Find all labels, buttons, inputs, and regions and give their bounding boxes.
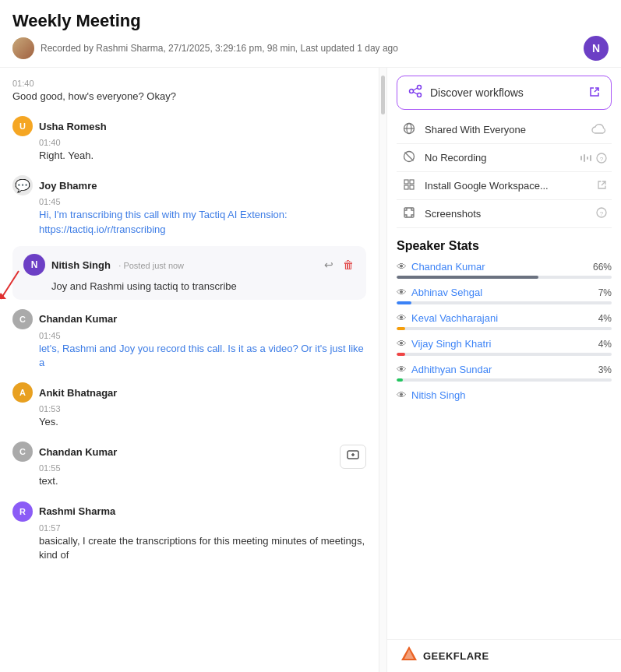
stat-bar-fill bbox=[397, 301, 411, 304]
stat-name-label: Vijay Singh Khatri bbox=[411, 338, 491, 350]
nitish-comment-text: Joy and Rashmi using tactiq to transcrib… bbox=[23, 280, 355, 292]
no-recording-row[interactable]: No Recording ? bbox=[397, 144, 612, 172]
screenshots-svg bbox=[403, 206, 415, 219]
grid-icon bbox=[401, 178, 417, 193]
avatar-usha: U bbox=[12, 116, 33, 136]
waveform-icon bbox=[579, 152, 591, 164]
svg-rect-18 bbox=[587, 157, 588, 160]
screenshots-row[interactable]: Screenshots ? bbox=[397, 200, 612, 228]
stat-bar-bg bbox=[397, 276, 612, 279]
stat-bar-fill bbox=[397, 353, 405, 356]
geekflare-logo-icon bbox=[400, 645, 418, 667]
chat-panel: 01:40 Good good, how's everyone? Okay? U… bbox=[0, 68, 379, 672]
chat-text: Yes. bbox=[12, 415, 366, 429]
stat-row-keval: 👁 Keval Vachharajani 4% bbox=[397, 312, 612, 330]
eye-icon: 👁 bbox=[397, 261, 407, 273]
avatar-rashmi: R bbox=[12, 501, 33, 522]
eye-icon: 👁 bbox=[397, 287, 407, 298]
install-google-workspace-row[interactable]: Install Google Workspace... bbox=[397, 172, 612, 200]
add-comment-button[interactable] bbox=[340, 445, 366, 469]
stat-name-label: Chandan Kumar bbox=[411, 261, 485, 273]
svg-rect-19 bbox=[590, 155, 591, 161]
screenshots-icon bbox=[401, 206, 417, 221]
svg-line-26 bbox=[602, 181, 605, 185]
stat-bar-fill bbox=[397, 327, 405, 330]
geekflare-brand-text: GEEKFLARE bbox=[423, 650, 489, 662]
stat-bar-bg bbox=[397, 301, 612, 304]
svg-rect-24 bbox=[404, 185, 408, 189]
speaker-name: Ankit Bhatnagar bbox=[39, 387, 117, 399]
chat-message-8: R Rashmi Sharma 01:57 basically, I creat… bbox=[0, 497, 379, 567]
svg-rect-25 bbox=[410, 185, 414, 189]
nitish-name: Nitish Singh bbox=[51, 259, 111, 271]
avatar-ankit: A bbox=[12, 382, 33, 403]
page-title: Weekly Meeting bbox=[12, 11, 609, 31]
svg-rect-27 bbox=[404, 208, 414, 217]
svg-text:?: ? bbox=[600, 156, 604, 163]
install-gws-label: Install Google Workspace... bbox=[425, 180, 589, 192]
stat-row-vijay: 👁 Vijay Singh Khatri 4% bbox=[397, 338, 612, 356]
svg-rect-23 bbox=[410, 180, 414, 184]
discover-workflows-label: Discover workflows bbox=[430, 86, 581, 99]
stat-name-label: Abhinav Sehgal bbox=[411, 287, 482, 298]
reply-button[interactable]: ↩ bbox=[323, 257, 335, 273]
chat-text: Right. Yeah. bbox=[12, 149, 366, 163]
svg-point-7 bbox=[418, 93, 422, 97]
recorder-avatar bbox=[12, 37, 34, 59]
chat-time: 01:53 bbox=[12, 404, 366, 413]
stat-bar-bg bbox=[397, 353, 612, 356]
chat-text: let's, Rashmi and Joy you record this ca… bbox=[12, 342, 366, 370]
cloud-svg bbox=[591, 123, 607, 134]
stat-bar-fill bbox=[397, 276, 538, 279]
share-svg bbox=[403, 122, 415, 135]
nitish-comment-bubble: N Nitish Singh · Posted just now ↩ 🗑 Joy… bbox=[12, 246, 366, 300]
shared-with-everyone-row[interactable]: Shared With Everyone bbox=[397, 116, 612, 144]
chat-time: 01:40 bbox=[12, 79, 366, 88]
eye-icon: 👁 bbox=[397, 389, 407, 401]
right-panel: Discover workflows Shared With Everyone bbox=[387, 68, 621, 672]
stat-pct: 7% bbox=[598, 287, 612, 298]
install-gws-external-icon bbox=[597, 180, 607, 192]
no-recording-label: No Recording bbox=[425, 152, 571, 164]
user-avatar[interactable]: N bbox=[584, 36, 609, 61]
scrollbar[interactable] bbox=[379, 68, 387, 672]
svg-rect-22 bbox=[404, 180, 408, 184]
speaker-name: Joy Bhamre bbox=[39, 180, 97, 192]
stat-bar-bg bbox=[397, 327, 612, 330]
speaker-name: Usha Romesh bbox=[39, 121, 107, 132]
cloud-icon bbox=[591, 123, 607, 136]
share-icon bbox=[401, 122, 417, 137]
geekflare-svg bbox=[400, 645, 418, 663]
chat-text: text. bbox=[12, 474, 340, 488]
grid-svg bbox=[403, 178, 415, 191]
external-link-svg bbox=[589, 86, 600, 97]
workflow-icon bbox=[408, 84, 422, 101]
shared-label: Shared With Everyone bbox=[425, 124, 584, 135]
eye-icon: 👁 bbox=[397, 312, 407, 324]
scrollbar-thumb[interactable] bbox=[381, 76, 385, 114]
avatar-nitish: N bbox=[23, 254, 45, 276]
screenshots-label: Screenshots bbox=[425, 208, 588, 220]
chat-time: 01:45 bbox=[12, 331, 366, 340]
help-icon: ? bbox=[596, 153, 607, 164]
delete-button[interactable]: 🗑 bbox=[341, 257, 355, 273]
chat-text: Hi, I'm transcribing this call with my T… bbox=[12, 208, 366, 236]
nitish-posted-time: · Posted just now bbox=[118, 261, 184, 270]
stat-pct: 4% bbox=[598, 313, 612, 324]
workflow-svg bbox=[408, 84, 422, 98]
stat-pct: 4% bbox=[598, 339, 612, 350]
discover-workflows-card[interactable]: Discover workflows bbox=[397, 76, 612, 110]
speaker-name: Chandan Kumar bbox=[39, 446, 117, 458]
chat-message-2: U Usha Romesh 01:40 Right. Yeah. bbox=[0, 111, 379, 167]
external-link-icon bbox=[589, 86, 600, 100]
no-recording-icon bbox=[401, 150, 417, 165]
chat-message-1: 01:40 Good good, how's everyone? Okay? bbox=[0, 74, 379, 108]
speaker-name: Rashmi Sharma bbox=[39, 505, 115, 517]
geekflare-footer: GEEKFLARE bbox=[387, 639, 621, 672]
avatar-chandan: C bbox=[12, 309, 33, 329]
stat-pct: 3% bbox=[598, 364, 612, 375]
chat-time: 01:55 bbox=[12, 463, 340, 473]
avatar-chandan2: C bbox=[12, 442, 33, 462]
avatar-joy: 💬 bbox=[12, 175, 33, 195]
stat-row-abhinav: 👁 Abhinav Sehgal 7% bbox=[397, 287, 612, 304]
